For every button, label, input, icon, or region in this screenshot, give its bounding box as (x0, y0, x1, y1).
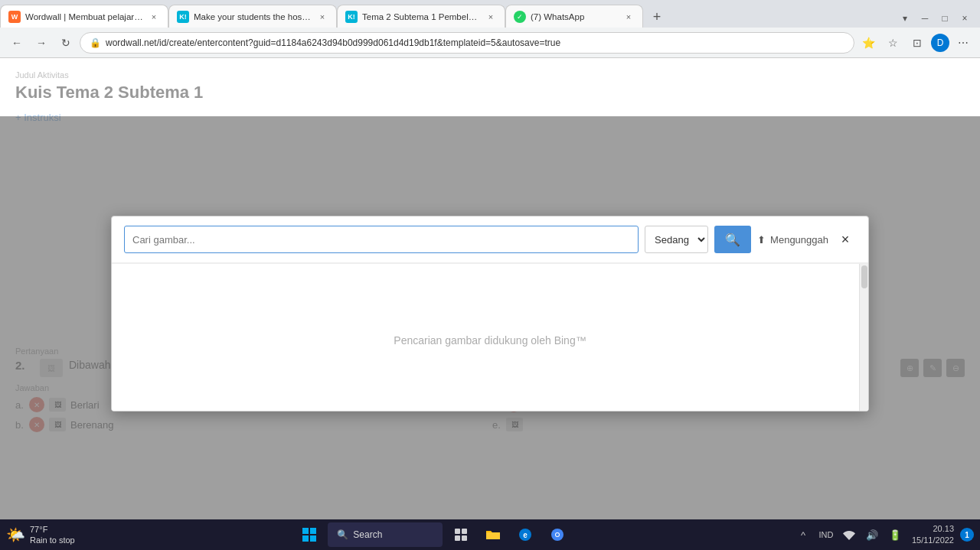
browser-chrome: W Wordwall | Membuat pelajaran ... × K! … (0, 0, 980, 58)
svg-rect-5 (462, 529, 467, 534)
windows-start-button[interactable] (296, 521, 323, 548)
tab-favicon-k1: K! (177, 11, 189, 23)
notification-badge[interactable]: 1 (960, 528, 974, 542)
edge-browser-button[interactable]: e (511, 521, 539, 548)
svg-rect-4 (455, 529, 460, 534)
profile-icon[interactable]: D (931, 34, 949, 52)
svg-point-12 (556, 533, 559, 536)
image-search-input[interactable] (124, 226, 639, 253)
taskbar-weather[interactable]: 🌤️ 77°F Rain to stop (0, 521, 81, 549)
task-view-button[interactable] (447, 521, 475, 548)
quiz-title: Kuis Tema 2 Subtema 1 (15, 83, 965, 103)
tab-whatsapp[interactable]: ✓ (7) WhatsApp × (505, 5, 643, 28)
image-search-modal: Sedang Kecil Besar 🔍 ⬆ Mengunggah × (111, 216, 869, 412)
taskbar-system-tray: ^ IND 🔊 🔋 20.13 15/11/2022 1 (786, 523, 980, 547)
modal-body: Pencarian gambar didukung oleh Bing™ (112, 264, 868, 411)
svg-rect-3 (310, 535, 316, 542)
new-tab-button[interactable]: + (646, 6, 668, 28)
tab-favicon-wa: ✓ (514, 11, 526, 23)
sound-icon[interactable]: 🔊 (861, 524, 883, 545)
judul-aktivitas-label: Judul Aktivitas (15, 70, 965, 80)
svg-text:e: e (524, 531, 528, 539)
chrome-button[interactable] (544, 521, 571, 548)
ime-label: IND (818, 530, 833, 539)
browser-actions: ⭐ ☆ ⊡ D ⋯ (858, 32, 974, 54)
tab-end-buttons: ▾ ─ □ × (896, 9, 980, 28)
upload-label: Mengunggah (770, 234, 828, 246)
back-button[interactable]: ← (6, 32, 28, 54)
weather-condition: Rain to stop (30, 535, 75, 545)
reload-button[interactable]: ↻ (55, 32, 77, 54)
taskbar-search-icon: 🔍 (337, 529, 348, 540)
tab-label-wordwall: Wordwall | Membuat pelajaran ... (25, 12, 143, 21)
upload-icon: ⬆ (757, 234, 766, 246)
network-icon[interactable] (838, 524, 860, 545)
taskbar: 🌤️ 77°F Rain to stop 🔍 Search (0, 519, 980, 550)
address-text: wordwall.net/id/create/entercontent?guid… (106, 37, 844, 48)
upload-button[interactable]: ⬆ Mengunggah (757, 234, 828, 246)
tab-tema2[interactable]: K! Tema 2 Subtema 1 Pembelajaran... × (337, 5, 505, 28)
tab-make-students[interactable]: K! Make your students the hosts o... × (168, 5, 337, 28)
extensions-icon[interactable]: ⭐ (858, 32, 879, 54)
bookmark-icon[interactable]: ☆ (882, 32, 903, 54)
tab-close-whatsapp[interactable]: × (622, 11, 635, 23)
tab-close-wordwall[interactable]: × (148, 11, 160, 23)
modal-close-button[interactable]: × (835, 229, 856, 250)
tab-label-whatsapp: (7) WhatsApp (531, 12, 618, 21)
taskbar-center: 🔍 Search e (81, 521, 786, 548)
close-window-button[interactable]: × (956, 9, 974, 28)
close-icon: × (841, 232, 850, 248)
search-filter-select[interactable]: Sedang Kecil Besar (645, 226, 708, 253)
address-bar-row: ← → ↻ 🔒 wordwall.net/id/create/entercont… (0, 28, 980, 58)
svg-rect-7 (462, 535, 467, 541)
show-hidden-icons[interactable]: ^ (792, 524, 814, 545)
modal-scrollbar[interactable] (859, 264, 868, 411)
tab-bar: W Wordwall | Membuat pelajaran ... × K! … (0, 0, 980, 28)
more-button[interactable]: ⋯ (952, 32, 974, 54)
tab-close-make-students[interactable]: × (316, 11, 328, 23)
weather-text: 77°F Rain to stop (30, 524, 75, 546)
taskbar-clock[interactable]: 20.13 15/11/2022 (907, 523, 959, 547)
weather-icon: 🌤️ (6, 526, 25, 544)
minimize-button[interactable]: ─ (916, 9, 934, 28)
tab-list-button[interactable]: ▾ (896, 9, 914, 28)
maximize-button[interactable]: □ (936, 9, 954, 28)
clock-time: 20.13 (933, 523, 954, 535)
modal-search-bar: Sedang Kecil Besar 🔍 ⬆ Mengunggah × (112, 216, 868, 263)
page-content: Judul Aktivitas Kuis Tema 2 Subtema 1 + … (0, 58, 980, 550)
taskbar-search-label: Search (353, 529, 382, 540)
tab-favicon-k2: K! (345, 11, 358, 23)
tab-label-tema2: Tema 2 Subtema 1 Pembelajaran... (362, 12, 480, 21)
modal-overlay: Sedang Kecil Besar 🔍 ⬆ Mengunggah × (0, 116, 980, 550)
tab-close-tema2[interactable]: × (485, 11, 497, 23)
modal-scroll-container: Pencarian gambar didukung oleh Bing™ (112, 264, 868, 411)
taskbar-search-bar[interactable]: 🔍 Search (328, 522, 443, 547)
file-explorer-button[interactable] (479, 521, 507, 548)
tab-favicon-wordwall: W (8, 11, 21, 23)
svg-rect-2 (302, 535, 309, 542)
search-icon: 🔍 (725, 233, 740, 247)
battery-icon[interactable]: 🔋 (884, 524, 906, 545)
tab-wordwall[interactable]: W Wordwall | Membuat pelajaran ... × (0, 5, 168, 28)
forward-button[interactable]: → (31, 32, 52, 54)
clock-date: 15/11/2022 (912, 535, 954, 546)
svg-rect-6 (455, 535, 460, 541)
search-submit-button[interactable]: 🔍 (714, 226, 751, 253)
temperature-text: 77°F (30, 524, 75, 535)
svg-rect-0 (302, 528, 309, 534)
collections-icon[interactable]: ⊡ (906, 32, 928, 54)
tab-label-make-students: Make your students the hosts o... (194, 12, 312, 21)
address-input[interactable]: 🔒 wordwall.net/id/create/entercontent?gu… (80, 32, 854, 54)
modal-body-wrapper: Pencarian gambar didukung oleh Bing™ (112, 263, 868, 411)
ime-indicator[interactable]: IND (815, 524, 837, 545)
bing-credit-text: Pencarian gambar didukung oleh Bing™ (394, 334, 586, 347)
svg-rect-1 (310, 528, 316, 534)
